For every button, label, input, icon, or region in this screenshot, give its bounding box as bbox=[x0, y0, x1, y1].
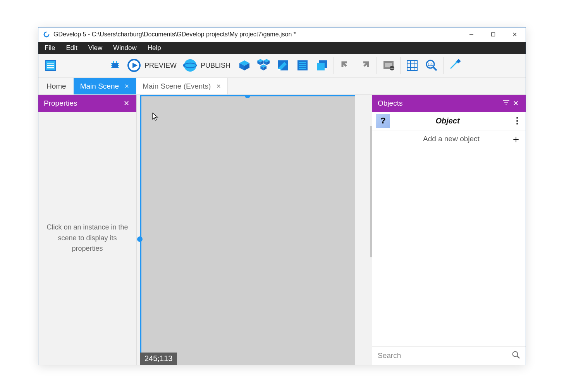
svg-line-54 bbox=[433, 67, 437, 70]
cursor-coordinates: 245;113 bbox=[140, 353, 177, 365]
svg-line-61 bbox=[517, 356, 519, 358]
open-properties-button[interactable] bbox=[275, 57, 292, 74]
svg-rect-0 bbox=[469, 34, 473, 35]
svg-rect-48 bbox=[407, 60, 417, 70]
open-layers-button[interactable] bbox=[313, 57, 330, 74]
minimize-button[interactable] bbox=[461, 27, 482, 42]
svg-rect-41 bbox=[299, 68, 306, 69]
objects-search[interactable]: Search bbox=[372, 346, 526, 365]
objects-panel: Objects ✕ ? Object ⋮ Add a new object ＋ … bbox=[372, 95, 526, 365]
tab-home-label: Home bbox=[46, 82, 66, 91]
svg-rect-36 bbox=[278, 69, 280, 70]
menu-bar: File Edit View Window Help bbox=[38, 42, 526, 54]
object-thumbnail-icon: ? bbox=[376, 114, 390, 128]
svg-rect-37 bbox=[297, 60, 308, 70]
preview-button[interactable]: PREVIEW bbox=[126, 57, 180, 74]
zoom-reset-button[interactable]: 1:1 bbox=[423, 57, 440, 74]
toolbar: PREVIEW PUBLISH bbox=[38, 54, 526, 78]
object-row[interactable]: ? Object ⋮ bbox=[372, 112, 526, 130]
object-name: Object bbox=[395, 116, 507, 125]
maximize-button[interactable] bbox=[482, 27, 504, 42]
menu-help[interactable]: Help bbox=[142, 43, 167, 53]
undo-button[interactable] bbox=[337, 57, 354, 74]
search-placeholder: Search bbox=[378, 351, 512, 360]
close-panel-icon[interactable]: ✕ bbox=[511, 99, 520, 108]
tab-home[interactable]: Home bbox=[39, 78, 74, 94]
properties-header: Properties ✕ bbox=[38, 95, 136, 112]
app-logo-icon bbox=[43, 31, 50, 38]
redo-button[interactable] bbox=[356, 57, 373, 74]
publish-button[interactable]: PUBLISH bbox=[182, 57, 234, 74]
menu-edit[interactable]: Edit bbox=[60, 43, 83, 53]
svg-text:1:1: 1:1 bbox=[428, 62, 433, 67]
open-instances-button[interactable] bbox=[294, 57, 311, 74]
menu-view[interactable]: View bbox=[83, 43, 108, 53]
scene-scrollbar[interactable] bbox=[370, 126, 372, 257]
close-panel-icon[interactable]: ✕ bbox=[122, 99, 131, 108]
open-objects-button[interactable] bbox=[236, 57, 253, 74]
close-tab-icon[interactable]: ✕ bbox=[124, 83, 129, 90]
tab-label: Main Scene (Events) bbox=[143, 82, 211, 91]
editor-tabs: Home Main Scene ✕ Main Scene (Events) ✕ bbox=[38, 78, 526, 95]
svg-rect-43 bbox=[317, 63, 325, 70]
window-controls bbox=[461, 27, 526, 42]
preview-label: PREVIEW bbox=[144, 62, 177, 70]
add-object-label: Add a new object bbox=[380, 135, 511, 143]
tab-main-scene-events[interactable]: Main Scene (Events) ✕ bbox=[136, 78, 228, 94]
title-bar: GDevelop 5 - C:\Users\charburg\Documents… bbox=[38, 27, 526, 42]
menu-window[interactable]: Window bbox=[108, 43, 142, 53]
svg-point-19 bbox=[184, 59, 196, 72]
svg-rect-7 bbox=[112, 63, 118, 68]
svg-rect-47 bbox=[390, 68, 394, 68]
menu-file[interactable]: File bbox=[39, 43, 60, 53]
window-title: GDevelop 5 - C:\Users\charburg\Documents… bbox=[53, 31, 461, 38]
search-icon bbox=[512, 351, 520, 361]
open-groups-button[interactable] bbox=[255, 57, 272, 74]
tab-label: Main Scene bbox=[80, 82, 119, 91]
svg-rect-1 bbox=[492, 33, 495, 36]
app-window: GDevelop 5 - C:\Users\charburg\Documents… bbox=[38, 27, 526, 365]
object-menu-icon[interactable]: ⋮ bbox=[513, 116, 521, 126]
debugger-button[interactable] bbox=[107, 57, 124, 74]
svg-point-21 bbox=[183, 64, 185, 67]
svg-rect-40 bbox=[299, 66, 306, 67]
properties-empty-text: Click on an instance in the scene to dis… bbox=[38, 112, 136, 365]
tab-main-scene[interactable]: Main Scene ✕ bbox=[74, 78, 136, 94]
scene-editor[interactable]: 245;113 bbox=[137, 95, 372, 365]
filter-icon[interactable] bbox=[502, 99, 511, 107]
close-tab-icon[interactable]: ✕ bbox=[216, 83, 221, 90]
svg-rect-39 bbox=[299, 64, 306, 65]
svg-rect-38 bbox=[299, 62, 306, 63]
scene-canvas[interactable] bbox=[140, 95, 355, 365]
objects-title: Objects bbox=[378, 99, 402, 108]
plus-icon: ＋ bbox=[511, 132, 521, 146]
publish-label: PUBLISH bbox=[201, 62, 230, 70]
camera-handle-left[interactable] bbox=[137, 236, 143, 242]
project-manager-button[interactable] bbox=[42, 57, 59, 74]
main-row: Properties ✕ Click on an instance in the… bbox=[38, 95, 526, 365]
svg-rect-6 bbox=[47, 67, 54, 68]
settings-button[interactable] bbox=[447, 57, 464, 74]
properties-title: Properties bbox=[44, 99, 77, 108]
mask-button[interactable] bbox=[380, 57, 397, 74]
toggle-grid-button[interactable] bbox=[404, 57, 421, 74]
svg-rect-5 bbox=[47, 65, 54, 66]
add-object-button[interactable]: Add a new object ＋ bbox=[372, 130, 526, 148]
objects-header: Objects ✕ bbox=[372, 95, 526, 112]
close-window-button[interactable] bbox=[504, 27, 526, 42]
camera-bound-left bbox=[140, 95, 141, 365]
svg-rect-4 bbox=[47, 63, 54, 63]
properties-panel: Properties ✕ Click on an instance in the… bbox=[38, 95, 137, 365]
svg-point-60 bbox=[513, 351, 518, 356]
